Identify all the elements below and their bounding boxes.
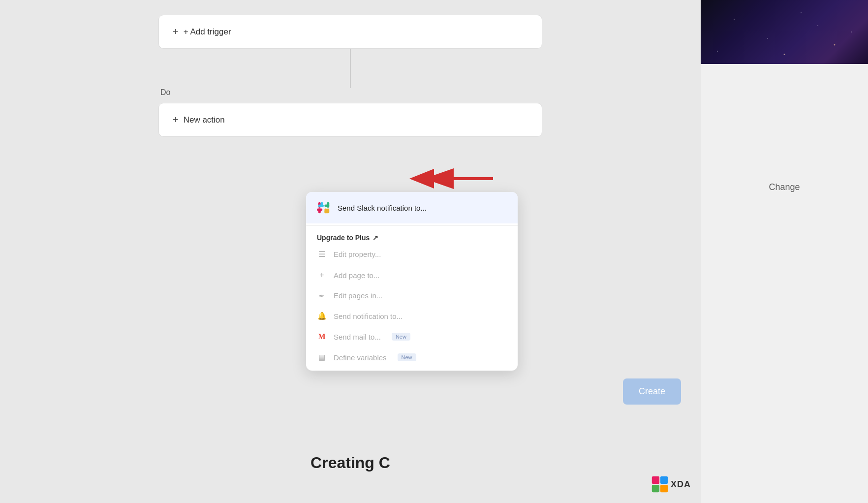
svg-rect-9 [324, 205, 329, 207]
right-sidebar: Change [701, 64, 868, 503]
xda-logo: XDA [651, 475, 691, 493]
bottom-text-area: Creating C [0, 444, 701, 503]
add-page-item[interactable]: + Add page to... [306, 265, 518, 285]
send-notification-item[interactable]: 🔔 Send notification to... [306, 306, 518, 326]
svg-rect-14 [652, 485, 659, 492]
edit-pages-item[interactable]: ✒ Edit pages in... [306, 285, 518, 306]
slack-notification-item[interactable]: Send Slack notification to... [306, 192, 518, 223]
background-image [701, 0, 868, 64]
define-variables-label: Define variables [334, 353, 387, 362]
slack-item-label: Send Slack notification to... [338, 204, 427, 212]
upgrade-section: Upgrade to Plus ↗ [306, 228, 518, 244]
define-variables-new-badge: New [398, 353, 416, 361]
xda-logo-icon [651, 475, 669, 493]
send-notification-label: Send notification to... [334, 312, 403, 320]
svg-rect-4 [317, 208, 322, 211]
plus-icon: + [173, 26, 179, 37]
edit-property-label: Edit property... [334, 250, 381, 258]
edit-pages-icon: ✒ [317, 292, 327, 300]
create-button[interactable]: Create [623, 378, 681, 405]
define-variables-item[interactable]: ▤ Define variables New [306, 347, 518, 371]
create-button-area: Create [623, 378, 681, 405]
add-trigger-label: + Add trigger [184, 27, 231, 37]
upgrade-text: Upgrade to Plus [317, 234, 370, 242]
slack-icon [317, 201, 331, 215]
change-label: Change [769, 182, 800, 192]
send-mail-item[interactable]: M Send mail to... New [306, 326, 518, 347]
svg-rect-7 [324, 208, 327, 213]
new-action-label: New action [184, 115, 225, 125]
send-mail-label: Send mail to... [334, 333, 381, 341]
svg-rect-11 [321, 202, 323, 207]
plus-icon: + [173, 114, 179, 126]
svg-rect-6 [327, 208, 329, 213]
gmail-icon: M [317, 332, 327, 341]
bell-icon: 🔔 [317, 312, 327, 320]
svg-rect-12 [652, 476, 659, 484]
list-icon: ☰ [317, 250, 327, 259]
bottom-heading: Creating C [310, 454, 390, 472]
workflow-area: + + Add trigger Do + New action [158, 15, 542, 137]
add-trigger-button[interactable]: + + Add trigger [158, 15, 542, 49]
menu-divider [306, 225, 518, 226]
new-action-button[interactable]: + New action [158, 103, 542, 137]
connector-line [350, 49, 351, 88]
send-mail-new-badge: New [392, 333, 410, 341]
svg-rect-15 [660, 485, 668, 492]
stars-decoration [701, 0, 868, 64]
do-section-label: Do [158, 88, 542, 97]
xda-text: XDA [671, 479, 691, 490]
upgrade-arrow-icon: ↗ [372, 234, 378, 242]
svg-marker-1 [409, 169, 434, 189]
main-content: + + Add trigger Do + New action [0, 0, 701, 503]
add-page-label: Add page to... [334, 271, 379, 280]
add-page-icon: + [317, 271, 327, 280]
action-dropdown-menu: Send Slack notification to... Upgrade to… [306, 192, 518, 371]
edit-pages-label: Edit pages in... [334, 291, 382, 300]
upgrade-label[interactable]: Upgrade to Plus ↗ [317, 234, 507, 242]
svg-rect-13 [660, 476, 668, 484]
variables-icon: ▤ [317, 353, 327, 362]
edit-property-item[interactable]: ☰ Edit property... [306, 244, 518, 265]
